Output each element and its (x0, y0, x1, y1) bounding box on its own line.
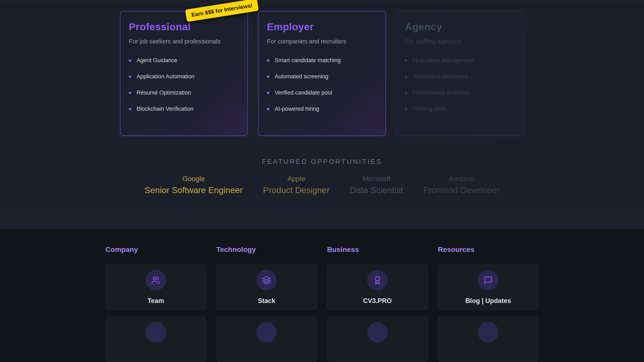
feature-item: Verified candidate pool (267, 90, 377, 96)
footer-link-cv3pro[interactable]: CV3.PRO (327, 265, 428, 310)
job-title: Frontend Developer (423, 185, 500, 195)
footer-column-resources: Resources Blog | Updates (438, 245, 539, 362)
feature-label: Multi-client management (413, 57, 474, 64)
job-company: Amazon (423, 175, 500, 183)
bullet-icon (129, 92, 131, 94)
feature-label: AI-powered hiring (275, 106, 319, 112)
feature-item: AI-powered hiring (267, 106, 377, 112)
feature-item: Résumé Optimization (129, 90, 239, 96)
bullet-icon (129, 108, 131, 110)
feature-label: Coming soon... (413, 106, 451, 112)
bullet-icon (267, 59, 270, 62)
plan-feature-list: Agent Guidance Application Automation Ré… (129, 57, 239, 112)
plan-card-agency: Agency For staffing agencies Multi-clien… (396, 11, 524, 136)
featured-jobs-row: Google Senior Software Engineer Apple Pr… (0, 175, 644, 195)
footer-link-team[interactable]: Team (106, 265, 206, 310)
feature-item: Smart candidate matching (267, 57, 377, 64)
plan-feature-list: Smart candidate matching Automated scree… (267, 57, 377, 112)
section-divider-band (0, 208, 644, 229)
plan-feature-list: Multi-client management Automated placem… (405, 57, 515, 112)
plan-subtitle: For job seekers and professionals (129, 38, 239, 45)
feature-label: Automated screening (275, 73, 328, 80)
placeholder-icon (478, 322, 498, 343)
feature-label: Verified candidate pool (275, 90, 332, 96)
footer-card-partial[interactable] (327, 317, 428, 362)
plan-card-professional[interactable]: Professional For job seekers and profess… (120, 11, 248, 136)
placeholder-icon (367, 322, 388, 343)
footer-link-stack[interactable]: Stack (216, 265, 317, 310)
feature-item: Blockchain Verification (129, 106, 239, 112)
plan-subtitle: For staffing agencies (405, 38, 515, 45)
plan-title: Professional (129, 21, 239, 32)
feature-item: Automated placement (405, 73, 515, 80)
footer-column-technology: Technology Stack (216, 245, 317, 362)
bullet-icon (267, 75, 270, 78)
featured-opportunities-section: FEATURED OPPORTUNITIES Google Senior Sof… (0, 136, 644, 208)
feature-label: Smart candidate matching (275, 57, 341, 64)
bullet-icon (405, 59, 408, 62)
feature-item: Application Automation (129, 73, 239, 80)
footer-card-partial[interactable] (438, 317, 539, 362)
bullet-icon (129, 75, 131, 78)
feature-label: Automated placement (413, 73, 468, 80)
footer-column-business: Business CV3.PRO (327, 245, 428, 362)
feature-item: Performance analytics (405, 90, 515, 96)
layers-icon (256, 270, 277, 290)
plans-row: Professional For job seekers and profess… (0, 0, 644, 136)
bullet-icon (405, 75, 408, 78)
placeholder-icon (256, 322, 277, 343)
footer-card-label: CV3.PRO (363, 297, 392, 305)
footer-card-partial[interactable] (216, 317, 317, 362)
footer-column-company: Company Team (106, 245, 206, 362)
footer-column-heading: Business (327, 245, 428, 254)
feature-item: Agent Guidance (129, 57, 239, 64)
site-footer: Company Team Technology Stack (0, 229, 644, 362)
footer-card-label: Blog | Updates (465, 297, 511, 305)
footer-column-heading: Company (106, 245, 206, 254)
footer-card-label: Stack (258, 297, 275, 305)
footer-grid: Company Team Technology Stack (106, 245, 538, 362)
plan-title: Employer (267, 21, 377, 32)
featured-job-google[interactable]: Google Senior Software Engineer (144, 175, 243, 195)
feature-item: Multi-client management (405, 57, 515, 64)
feature-label: Performance analytics (413, 90, 469, 96)
job-company: Apple (263, 175, 330, 183)
plan-card-employer[interactable]: Employer For companies and recruiters Sm… (258, 11, 386, 136)
bullet-icon (405, 92, 408, 94)
bullet-icon (129, 59, 131, 62)
footer-link-blog-updates[interactable]: Blog | Updates (438, 265, 539, 310)
feature-label: Résumé Optimization (136, 90, 191, 96)
plan-subtitle: For companies and recruiters (267, 38, 377, 45)
featured-job-microsoft[interactable]: Microsoft Data Scientist (350, 175, 403, 195)
feature-item: Automated screening (267, 73, 377, 80)
feature-label: Application Automation (136, 73, 194, 80)
award-icon (367, 270, 388, 290)
footer-card-label: Team (148, 297, 164, 305)
feature-item: Coming soon... (405, 106, 515, 112)
feature-label: Agent Guidance (136, 57, 178, 64)
placeholder-icon (146, 322, 166, 343)
footer-card-partial[interactable] (106, 317, 206, 362)
job-title: Senior Software Engineer (144, 185, 243, 195)
featured-heading: FEATURED OPPORTUNITIES (0, 158, 644, 166)
job-company: Microsoft (350, 175, 403, 183)
bullet-icon (267, 108, 270, 110)
bullet-icon (405, 108, 408, 110)
footer-column-heading: Technology (216, 245, 317, 254)
chat-bubble-icon (478, 270, 498, 290)
bullet-icon (267, 92, 270, 94)
featured-job-amazon[interactable]: Amazon Frontend Developer (423, 175, 500, 195)
featured-job-apple[interactable]: Apple Product Designer (263, 175, 330, 195)
footer-column-heading: Resources (438, 245, 539, 254)
feature-label: Blockchain Verification (136, 106, 194, 112)
job-title: Product Designer (263, 185, 330, 195)
job-title: Data Scientist (350, 185, 403, 195)
plans-section: Earn $$$ for Interviews! Professional Fo… (0, 0, 644, 136)
plan-title: Agency (405, 21, 515, 32)
job-company: Google (144, 175, 243, 183)
users-icon (146, 270, 166, 290)
